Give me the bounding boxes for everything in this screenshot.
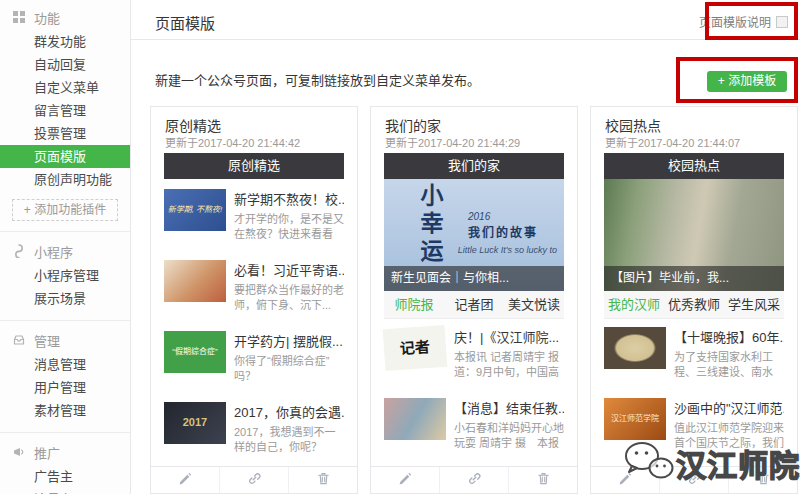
pencil-icon [618,471,633,490]
hero-year-text: 2016 [468,211,490,222]
list-item: 【十堰晚报】60年... 为了支持国家水利工程、三线建设、南水北... [604,327,784,380]
article-title: 庆！|《汉江师院... [454,327,564,346]
article-thumbnail: 2017 [164,402,226,444]
copy-link-button[interactable] [220,467,289,493]
sidebar-item-vote-manage[interactable]: 投票管理 [0,122,130,145]
article-desc: 要把群众当作最好的老师，俯下身、沉下... [234,283,344,313]
template-help-link[interactable]: 页面模版说明 [699,13,788,30]
edit-button[interactable] [151,467,220,493]
intro-text: 新建一个公众号页面，可复制链接放到自定义菜单发布。 [155,70,480,89]
sidebar-item-traffic-owner[interactable]: 流量主 [0,488,130,494]
list-item: “假期综合症” 开学药方| 摆脱假... 你得了“假期综合症”吗？ [164,331,344,384]
list-item: 记者 庆！|《汉江师院... 本报讯 记者周靖宇 报道：9月中旬，中国高校... [384,327,564,380]
card-updated-time: 更新于2017-04-20 21:44:42 [165,135,343,151]
sidebar-section-label: 管理 [34,331,60,350]
page-title: 页面模版 [155,12,215,33]
article-thumbnail [384,398,446,440]
list-item: 【消息】结束任教... 小石春和洋妈妈开心地玩耍 周靖宇 摄 本报讯... [384,398,564,451]
sidebar-item-comment-manage[interactable]: 留言管理 [0,99,130,122]
sidebar-section-label: 功能 [34,8,60,27]
sidebar-item-material-manage[interactable]: 素材管理 [0,399,130,422]
help-panel-icon[interactable] [776,16,788,28]
sidebar-item-display-scene[interactable]: 展示场景 [0,287,130,310]
grid-icon [12,10,26,24]
link-icon [247,471,262,490]
article-desc: 为了支持国家水利工程、三线建设、南水北... [674,350,784,380]
preview-page-title: 我们的家 [384,153,564,179]
sidebar-item-user-manage[interactable]: 用户管理 [0,376,130,399]
sidebar-item-auto-reply[interactable]: 自动回复 [0,53,130,76]
preview-article-list: 新学期, 不熬夜! 新学期不熬夜！校... 才开学的你，是不是又在熬夜？快进来看… [164,189,344,494]
card-head: 我们的家 更新于2017-04-20 21:44:29 [371,107,577,151]
sidebar-divider [0,231,130,232]
card-title: 我们的家 [385,117,563,135]
article-title: 2017，你真的会遇... [234,402,344,421]
sidebar: 功能 群发功能 自动回复 自定义菜单 留言管理 投票管理 页面模版 原创声明功能… [0,0,131,494]
delete-button[interactable] [289,467,357,493]
sidebar-item-mass-send[interactable]: 群发功能 [0,30,130,53]
template-card-list: 原创精选 更新于2017-04-20 21:44:42 原创精选 新学期, 不熬… [150,106,798,494]
sidebar-section-features: 功能 [0,4,130,30]
article-thumbnail: 记者 [383,325,448,371]
sidebar-item-miniprogram-manage[interactable]: 小程序管理 [0,264,130,287]
sidebar-item-custom-menu[interactable]: 自定义菜单 [0,76,130,99]
article-desc: 才开学的你，是不是又在熬夜？快进来看看吧！ [234,212,344,242]
hero-script-text: Little Luck It's so lucky to [458,245,557,256]
template-card-our-home: 我们的家 更新于2017-04-20 21:44:29 我们的家 小幸运 201… [370,106,578,494]
trash-icon [756,471,771,490]
preview-tabs: 我的汉师 优秀教师 学生风采 [604,291,784,319]
article-desc: 小石春和洋妈妈开心地玩耍 周靖宇 摄 本报讯... [454,421,564,451]
sidebar-section-promotion: 推广 [0,439,130,465]
tab-meiwenyuedu: 美文悦读 [504,291,564,318]
megaphone-icon [12,445,26,459]
list-item: 2017 2017，你真的会遇... 2017，我想遇到不一样的自己，你呢？ [164,402,344,455]
sidebar-section-miniprogram: 小程序 [0,238,130,264]
tab-shiyuanbao: 师院报 [384,291,444,318]
preview-page-title: 校园热点 [604,153,784,179]
list-item: 汉江师范学院 沙画中的"汉江师范... 值此汉江师范学院迎来首个国庆节之际，我们… [604,398,784,451]
sidebar-item-page-template[interactable]: 页面模版 [0,145,130,168]
article-desc: 本报讯 记者周靖宇 报道：9月中旬，中国高校... [454,350,564,380]
article-title: 沙画中的"汉江师范... [674,398,784,417]
sidebar-item-message-manage[interactable]: 消息管理 [0,353,130,376]
trash-icon [316,471,331,490]
add-template-button[interactable]: + 添加模板 [707,71,787,92]
copy-link-button[interactable] [440,467,509,493]
card-footer [371,466,577,493]
sidebar-section-label: 推广 [34,443,60,462]
edit-button[interactable] [591,467,660,493]
add-plugin-button[interactable]: + 添加功能插件 [12,199,118,221]
list-item: 必看！习近平寄语... 要把群众当作最好的老师，俯下身、沉下... [164,260,344,313]
delete-button[interactable] [509,467,577,493]
link-icon [687,471,702,490]
sidebar-item-advertiser[interactable]: 广告主 [0,465,130,488]
card-footer [591,466,797,493]
tab-xueshengfengcai: 学生风采 [724,291,784,318]
miniprogram-icon [12,244,26,258]
sidebar-section-manage: 管理 [0,327,130,353]
trash-icon [536,471,551,490]
article-thumbnail: 新学期, 不熬夜! [164,189,226,231]
main-header: 页面模版 页面模版说明 [131,0,800,40]
card-head: 原创精选 更新于2017-04-20 21:44:42 [151,107,357,151]
hero-vertical-text: 小幸运 [412,183,446,267]
hero-subtitle-text: 我们的故事 [468,223,538,241]
hero-caption: 新生见面会｜与你相... [384,266,564,291]
pencil-icon [398,471,413,490]
hero-cover-image: 【图片】毕业前，我... [604,179,784,291]
card-footer [151,466,357,493]
copy-link-button[interactable] [660,467,729,493]
list-item: 新学期, 不熬夜! 新学期不熬夜！校... 才开学的你，是不是又在熬夜？快进来看… [164,189,344,242]
delete-button[interactable] [729,467,797,493]
preview-tabs: 师院报 记者团 美文悦读 [384,291,564,319]
card-title: 原创精选 [165,117,343,135]
sidebar-item-original-statement[interactable]: 原创声明功能 [0,168,130,191]
preview-page-title: 原创精选 [164,153,344,179]
help-link-label: 页面模版说明 [699,13,771,30]
article-desc: 你得了“假期综合症”吗？ [234,354,344,384]
article-thumbnail [604,327,666,369]
archive-box-icon [12,333,26,347]
edit-button[interactable] [371,467,440,493]
article-title: 【消息】结束任教... [454,398,564,417]
tab-wodehanshi: 我的汉师 [604,291,664,318]
